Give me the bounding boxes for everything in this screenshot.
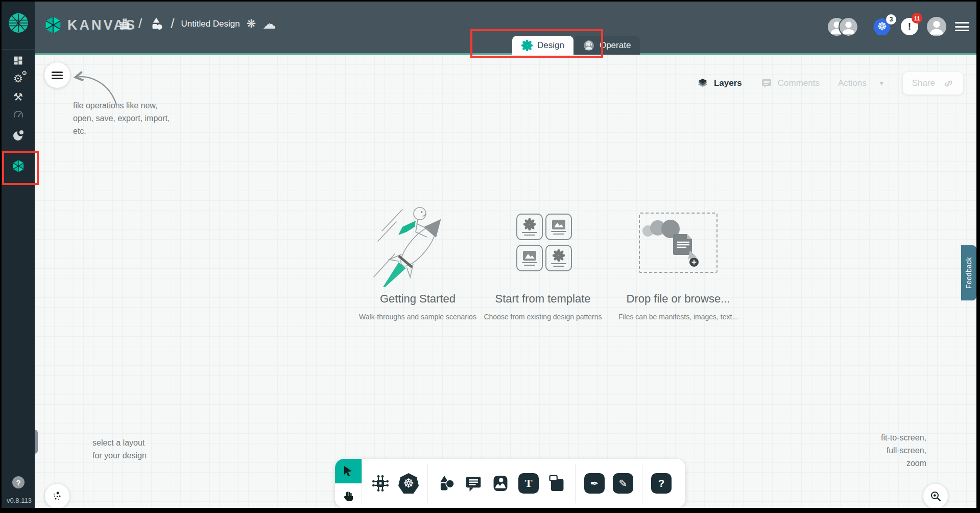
design-spiral-icon (521, 40, 533, 51)
version-label: v0.8.113 (7, 497, 32, 504)
tool-image[interactable] (491, 474, 510, 493)
dashboard-icon (13, 55, 23, 66)
shapes-icon[interactable] (149, 16, 164, 32)
tool-pan[interactable] (335, 483, 362, 508)
comments-button[interactable]: Comments (760, 77, 820, 89)
layers-label: Layers (714, 78, 742, 88)
annotation-file-operations: file operations like new, open, save, ex… (73, 100, 170, 137)
tool-kubernetes[interactable]: ☸ (398, 473, 419, 494)
file-menu-button[interactable] (44, 62, 70, 88)
tool-text[interactable]: T (518, 473, 539, 494)
drop-zone[interactable] (639, 213, 718, 273)
image-tool-icon (491, 474, 510, 493)
notification-badge: 11 (912, 13, 922, 24)
sidebar-item-extensions[interactable] (2, 126, 35, 145)
layers-button[interactable]: Layers (697, 77, 742, 89)
link-icon (943, 78, 954, 89)
kanvas-hexagon-icon (12, 159, 25, 173)
avatar[interactable] (840, 18, 857, 36)
header-menu-button[interactable] (955, 22, 969, 31)
operator-headset-icon (583, 39, 595, 52)
sidebar-item-dashboard[interactable] (2, 51, 35, 70)
hand-icon (343, 490, 354, 502)
comment-icon (760, 77, 773, 89)
breadcrumb: / / Untitled Design ❋ ☁✓ (117, 16, 276, 32)
notifications-button[interactable]: ! 11 (901, 18, 918, 35)
tool-sketch[interactable]: ✎ (613, 473, 633, 494)
breadcrumb-separator: / (138, 16, 142, 32)
hamburger-icon (52, 72, 63, 79)
share-label: Share (912, 78, 935, 88)
feedback-tab[interactable]: Feedback (961, 245, 976, 300)
exclamation-icon: ! (908, 21, 911, 32)
tool-select[interactable] (335, 459, 362, 483)
card-subtitle: Files can be manifests, images, text... (591, 313, 765, 321)
drop-zone-art (591, 198, 765, 287)
gears-icon: ⚙⚙ (13, 73, 23, 85)
breadcrumb-separator: / (171, 16, 174, 32)
meshery-logo-icon[interactable] (8, 13, 29, 33)
comments-label: Comments (778, 78, 820, 88)
caret-down-icon: ▼ (879, 80, 885, 86)
design-canvas[interactable]: file operations like new, open, save, ex… (35, 55, 976, 508)
bottom-toolbar: ☸ (335, 459, 685, 508)
layers-icon (697, 77, 709, 89)
zoom-in-icon (929, 490, 942, 502)
annotation-layout: select a layout for your design (92, 437, 147, 462)
zoom-button[interactable] (923, 484, 948, 508)
top-header: KANVAS / / Untitled Design ❋ ☁✓ (35, 2, 976, 55)
crossed-tools-icon: ⚒ (13, 91, 23, 103)
tab-operate-label: Operate (600, 40, 631, 51)
comment-tool-icon (464, 474, 483, 493)
sidebar-item-performance[interactable] (2, 105, 35, 125)
text-icon: T (525, 477, 533, 490)
actions-label: Actions (838, 78, 867, 88)
kubernetes-context-button[interactable]: ☸ 3 (873, 18, 892, 35)
kubernetes-icon: ☸ (403, 476, 414, 491)
card-title: Drop file or browse... (591, 292, 765, 306)
template-tile-image (516, 245, 543, 271)
share-button[interactable]: Share (903, 72, 963, 95)
kanvas-app: ⚙⚙ ⚒ ? v0.8.113 › (2, 2, 976, 508)
pencil-icon: ✎ (619, 477, 628, 489)
template-tile-design (516, 214, 543, 240)
tab-design-label: Design (537, 40, 564, 51)
sidebar-item-lifecycle[interactable]: ⚙⚙ (2, 69, 35, 88)
kanvas-logo-icon (44, 15, 62, 35)
tab-operate[interactable]: Operate (573, 36, 640, 55)
tab-design[interactable]: Design (512, 36, 573, 55)
actions-dropdown[interactable]: Actions ▼ (838, 78, 885, 88)
template-tile-image (545, 214, 572, 240)
layout-button[interactable] (45, 484, 69, 508)
tool-comment[interactable] (464, 474, 483, 493)
design-name[interactable]: Untitled Design (181, 19, 240, 29)
question-icon: ? (658, 478, 664, 489)
tool-pen[interactable]: ✒ (584, 473, 605, 494)
shapes-tool-icon (437, 474, 456, 493)
left-sidebar: ⚙⚙ ⚒ ? v0.8.113 (2, 2, 35, 508)
organization-icon[interactable] (117, 16, 132, 32)
cloud-saved-icon[interactable]: ☁✓ (262, 17, 276, 31)
card-drop-file[interactable]: Drop file or browse... Files can be mani… (591, 198, 765, 321)
help-button[interactable]: ? (12, 476, 25, 488)
component-circuit-icon (371, 474, 390, 493)
sidebar-item-kanvas[interactable] (2, 156, 35, 176)
tool-note[interactable] (547, 474, 566, 493)
template-tile-design (545, 245, 572, 271)
sidebar-divider (2, 49, 35, 50)
annotation-view-controls: fit-to-screen, full-screen, zoom (881, 432, 926, 470)
tool-component[interactable] (371, 474, 390, 493)
canvas-controls: Layers Comments Actions ▼ Share (697, 72, 963, 95)
note-tool-icon (547, 474, 566, 493)
feedback-label: Feedback (965, 257, 973, 288)
header-right: ☸ 3 ! 11 (828, 17, 969, 36)
pen-icon: ✒ (590, 477, 599, 489)
tool-shapes[interactable] (437, 474, 456, 493)
mesh-sync-icon[interactable]: ❋ (247, 17, 256, 31)
tool-help[interactable]: ? (651, 473, 672, 494)
sidebar-item-configuration[interactable]: ⚒ (2, 87, 35, 107)
mode-toggle: Design Operate (512, 36, 640, 55)
user-avatar[interactable] (927, 17, 946, 36)
kubernetes-badge: 3 (886, 14, 896, 25)
layout-dots-icon (51, 490, 63, 502)
